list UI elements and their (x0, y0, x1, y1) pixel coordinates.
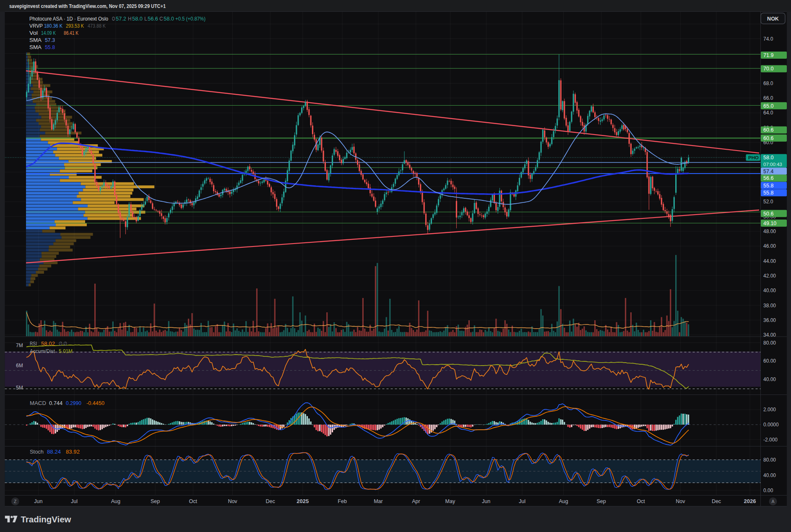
svg-text:58.02: 58.02 (41, 341, 55, 347)
svg-text:58.0: 58.0 (132, 16, 143, 22)
svg-text:∅ ∅: ∅ ∅ (59, 341, 67, 347)
svg-text:55.8: 55.8 (763, 190, 773, 196)
svg-text:0.2990: 0.2990 (66, 400, 81, 406)
svg-text:70.0: 70.0 (763, 66, 773, 72)
svg-text:Sep: Sep (151, 498, 160, 504)
svg-text:55.8: 55.8 (763, 183, 773, 189)
svg-text:savepiginvest created with Tra: savepiginvest created with TradingView.c… (9, 3, 166, 9)
svg-text:55.8: 55.8 (45, 44, 55, 50)
svg-text:+0.5 (+0.87%): +0.5 (+0.87%) (175, 16, 206, 22)
svg-text:40.00: 40.00 (763, 472, 776, 478)
svg-text:Z: Z (14, 499, 17, 504)
svg-text:34.00: 34.00 (763, 332, 776, 338)
svg-text:2025: 2025 (297, 498, 309, 504)
svg-text:52.0: 52.0 (763, 199, 773, 205)
svg-text:0.00: 0.00 (763, 488, 773, 493)
svg-text:Jul: Jul (519, 498, 526, 504)
svg-text:65.0: 65.0 (763, 103, 773, 109)
svg-text:293.53 K: 293.53 K (66, 23, 84, 29)
svg-text:Feb: Feb (338, 498, 347, 504)
svg-text:Oct: Oct (637, 498, 645, 504)
svg-text:58.0: 58.0 (763, 155, 773, 161)
svg-text:38.00: 38.00 (763, 303, 776, 309)
svg-text:07:00:43: 07:00:43 (763, 162, 782, 167)
svg-text:0.0000: 0.0000 (763, 422, 779, 428)
svg-text:Nov: Nov (676, 498, 685, 504)
svg-text:Apr: Apr (412, 498, 420, 504)
svg-text:Nov: Nov (228, 498, 237, 504)
svg-text:6M: 6M (16, 363, 23, 369)
svg-text:A: A (771, 499, 774, 504)
svg-text:H: H (128, 16, 132, 22)
svg-text:66.0: 66.0 (763, 95, 773, 101)
svg-text:L: L (144, 16, 147, 22)
svg-text:2026: 2026 (744, 498, 756, 504)
svg-text:60.6: 60.6 (763, 127, 773, 133)
svg-text:-2.000: -2.000 (763, 437, 778, 443)
svg-text:473.88 K: 473.88 K (88, 23, 106, 29)
svg-text:Jun: Jun (34, 498, 42, 504)
svg-text:Vol: Vol (29, 30, 38, 36)
svg-text:Jul: Jul (71, 498, 78, 504)
svg-text:TradingView: TradingView (21, 514, 72, 524)
svg-text:49.10: 49.10 (763, 221, 776, 226)
svg-text:83.92: 83.92 (66, 449, 80, 455)
svg-text:Aug: Aug (111, 498, 120, 504)
svg-text:5.01M: 5.01M (59, 348, 73, 354)
svg-text:O: O (112, 16, 115, 22)
svg-text:C: C (159, 16, 163, 22)
svg-text:SMA: SMA (29, 37, 42, 43)
svg-text:Aug: Aug (559, 498, 568, 504)
svg-text:60.00: 60.00 (763, 358, 776, 364)
svg-text:40.00: 40.00 (763, 288, 776, 293)
svg-text:Mar: Mar (374, 498, 383, 504)
svg-text:Dec: Dec (265, 498, 275, 504)
svg-text:58.0: 58.0 (164, 16, 174, 22)
svg-text:50.6: 50.6 (763, 211, 773, 217)
svg-text:56.6: 56.6 (148, 16, 158, 22)
svg-text:71.9: 71.9 (763, 52, 773, 58)
svg-text:86.41 K: 86.41 K (64, 30, 78, 36)
svg-text:60.6: 60.6 (763, 135, 773, 141)
svg-text:Dec: Dec (712, 498, 721, 504)
svg-text:SMA: SMA (29, 44, 42, 50)
svg-text:Sep: Sep (596, 498, 606, 504)
svg-text:Accum/Dist: Accum/Dist (30, 348, 55, 354)
svg-text:57.4: 57.4 (763, 169, 773, 174)
svg-text:42.00: 42.00 (763, 273, 776, 279)
svg-text:Oct: Oct (189, 498, 197, 504)
svg-text:May: May (445, 498, 455, 504)
svg-text:46.00: 46.00 (763, 243, 776, 249)
svg-text:74.0: 74.0 (763, 36, 773, 42)
svg-text:36.00: 36.00 (763, 317, 776, 323)
svg-text:Photocure ASA · 1D · Euronext: Photocure ASA · 1D · Euronext Oslo (29, 16, 108, 22)
svg-text:14.09 K: 14.09 K (41, 30, 56, 36)
svg-text:PHO: PHO (748, 155, 759, 160)
svg-text:57.3: 57.3 (45, 37, 55, 43)
svg-text:48.00: 48.00 (763, 228, 776, 234)
svg-text:-0.4450: -0.4450 (86, 400, 104, 406)
svg-text:VRVP: VRVP (29, 23, 43, 29)
svg-text:RSI: RSI (30, 341, 37, 347)
svg-text:80.00: 80.00 (763, 457, 776, 463)
svg-text:56.6: 56.6 (763, 175, 773, 181)
svg-text:68.0: 68.0 (763, 80, 773, 86)
svg-text:40.00: 40.00 (763, 376, 776, 382)
svg-text:Jun: Jun (482, 498, 490, 504)
svg-text:0.744: 0.744 (49, 400, 62, 406)
svg-text:Stoch: Stoch (30, 449, 44, 455)
svg-text:57.2: 57.2 (116, 16, 126, 22)
svg-text:2.000: 2.000 (763, 407, 776, 413)
svg-text:88.24: 88.24 (47, 449, 61, 455)
svg-text:180.36 K: 180.36 K (44, 23, 62, 29)
svg-text:64.0: 64.0 (763, 110, 773, 116)
svg-text:80.00: 80.00 (763, 340, 776, 346)
svg-text:7M: 7M (16, 343, 23, 348)
svg-text:5M: 5M (16, 385, 23, 391)
svg-text:44.00: 44.00 (763, 258, 776, 264)
svg-text:MACD: MACD (30, 400, 46, 406)
svg-text:NOK: NOK (767, 16, 779, 22)
